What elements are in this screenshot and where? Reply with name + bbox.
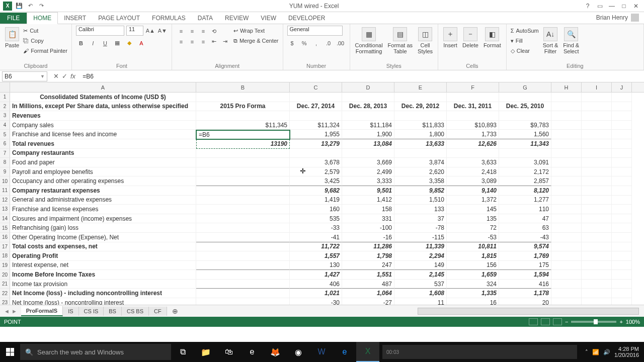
cell[interactable]: 1,798 <box>342 251 394 261</box>
cell[interactable] <box>582 214 612 224</box>
cell[interactable]: 145 <box>447 205 499 214</box>
cell[interactable] <box>582 196 612 205</box>
cell[interactable]: Dec. 27, 2014 <box>290 102 342 112</box>
cell[interactable]: $11,833 <box>394 121 447 130</box>
cell[interactable] <box>582 242 612 252</box>
cell[interactable] <box>551 280 582 289</box>
task-view-icon[interactable]: ⧉ <box>171 342 194 362</box>
bold-button[interactable]: B <box>76 38 86 48</box>
align-right-icon[interactable]: ≡ <box>198 37 208 47</box>
cell[interactable]: Operating Profit <box>10 251 196 261</box>
fill-color-button[interactable]: ◆ <box>124 38 134 48</box>
cell[interactable] <box>551 111 582 121</box>
cell[interactable]: 1,419 <box>290 196 342 205</box>
cell[interactable] <box>499 111 551 121</box>
italic-button[interactable]: I <box>88 38 98 48</box>
cell[interactable] <box>196 149 290 158</box>
cell[interactable]: 2,418 <box>447 167 499 177</box>
cell[interactable]: 535 <box>290 214 342 224</box>
fill-button[interactable]: ▾ Fill <box>511 36 539 45</box>
tray-volume-icon[interactable]: 🔊 <box>603 349 610 355</box>
row-header[interactable]: 2 <box>0 102 10 112</box>
row-header[interactable]: 22 <box>0 289 10 298</box>
cell[interactable]: Food and paper <box>10 158 196 167</box>
cell[interactable]: $10,893 <box>447 121 499 130</box>
col-header[interactable]: H <box>551 82 582 92</box>
borders-button[interactable]: ▦ <box>112 38 122 48</box>
row-header[interactable]: 11 <box>0 186 10 196</box>
row-header[interactable]: 17 <box>0 242 10 252</box>
cell[interactable]: 11,722 <box>290 242 342 252</box>
format-cells-button[interactable]: ◧Format <box>482 26 502 49</box>
cell[interactable]: Payroll and employee benefits <box>10 167 196 177</box>
cell[interactable]: 1,733 <box>447 130 499 139</box>
cell[interactable]: 9,682 <box>290 186 342 196</box>
view-normal-icon[interactable] <box>529 318 538 325</box>
cell[interactable] <box>612 139 632 149</box>
cell[interactable]: 160 <box>290 205 342 214</box>
indent-inc-icon[interactable]: ⇥ <box>220 37 230 47</box>
maximize-icon[interactable]: □ <box>619 3 629 10</box>
sheet-tab[interactable]: CS BS <box>122 307 149 316</box>
merge-center-button[interactable]: ⧉ Merge & Center <box>233 36 279 45</box>
cell[interactable]: $9,783 <box>499 121 551 130</box>
tab-developer[interactable]: DEVELOPER <box>282 13 331 24</box>
cell[interactable] <box>582 167 612 177</box>
row-header[interactable]: 16 <box>0 233 10 242</box>
cell[interactable]: 158 <box>342 205 394 214</box>
cell[interactable] <box>196 205 290 214</box>
row-header[interactable]: 15 <box>0 223 10 233</box>
cell[interactable] <box>551 289 582 298</box>
cell[interactable] <box>499 149 551 158</box>
copy-button[interactable]: ⿻ Copy <box>23 36 67 45</box>
cell[interactable]: $11,324 <box>290 121 342 130</box>
cell[interactable] <box>196 233 290 242</box>
align-bottom-icon[interactable]: ≡ <box>198 26 208 36</box>
cell[interactable]: 3,091 <box>499 158 551 167</box>
row-header[interactable]: 19 <box>0 261 10 270</box>
cell[interactable]: 16 <box>447 298 499 305</box>
store-icon[interactable]: 🛍 <box>217 342 240 362</box>
cell[interactable] <box>196 214 290 224</box>
row-header[interactable]: 1 <box>0 93 10 102</box>
cell[interactable] <box>612 298 632 305</box>
cell[interactable] <box>551 196 582 205</box>
account-user[interactable]: Brian Henry <box>591 12 644 24</box>
cell[interactable]: -53 <box>447 233 499 242</box>
cell[interactable] <box>612 233 632 242</box>
cell[interactable]: 9,574 <box>499 242 551 252</box>
paste-button[interactable]: 📋Paste <box>4 26 20 49</box>
cell[interactable]: 47 <box>499 214 551 224</box>
cell[interactable]: 11,339 <box>394 242 447 252</box>
cell[interactable]: 1,412 <box>342 196 394 205</box>
font-size-select[interactable]: 11 <box>126 26 143 36</box>
cell[interactable]: 13,633 <box>394 139 447 149</box>
cell[interactable] <box>551 149 582 158</box>
cell[interactable]: 1,427 <box>290 270 342 280</box>
cell[interactable]: 2,579 <box>290 167 342 177</box>
row-header[interactable]: 12 <box>0 196 10 205</box>
cell[interactable] <box>551 121 582 130</box>
cell[interactable] <box>612 214 632 224</box>
cell[interactable] <box>612 167 632 177</box>
cell[interactable] <box>342 149 394 158</box>
sort-filter-button[interactable]: A↓Sort & Filter <box>542 26 559 55</box>
zoom-in-icon[interactable]: + <box>619 319 622 325</box>
cell[interactable] <box>612 111 632 121</box>
row-header[interactable]: 8 <box>0 158 10 167</box>
col-header[interactable]: E <box>394 82 447 92</box>
tab-home[interactable]: HOME <box>27 12 58 24</box>
horizontal-scrollbar[interactable] <box>418 308 639 315</box>
cell[interactable]: Dec. 25, 2010 <box>499 102 551 112</box>
cell[interactable]: $11,184 <box>342 121 394 130</box>
ribbon-opts-icon[interactable]: ▭ <box>595 3 605 10</box>
col-header[interactable]: J <box>612 82 632 92</box>
cell[interactable] <box>447 149 499 158</box>
cell[interactable] <box>582 298 612 305</box>
cell[interactable]: -16 <box>342 233 394 242</box>
cell[interactable] <box>196 176 290 186</box>
cell[interactable]: 1,557 <box>290 251 342 261</box>
comma-icon[interactable]: , <box>311 38 321 48</box>
cell[interactable]: 3,874 <box>394 158 447 167</box>
start-button[interactable] <box>0 342 20 362</box>
